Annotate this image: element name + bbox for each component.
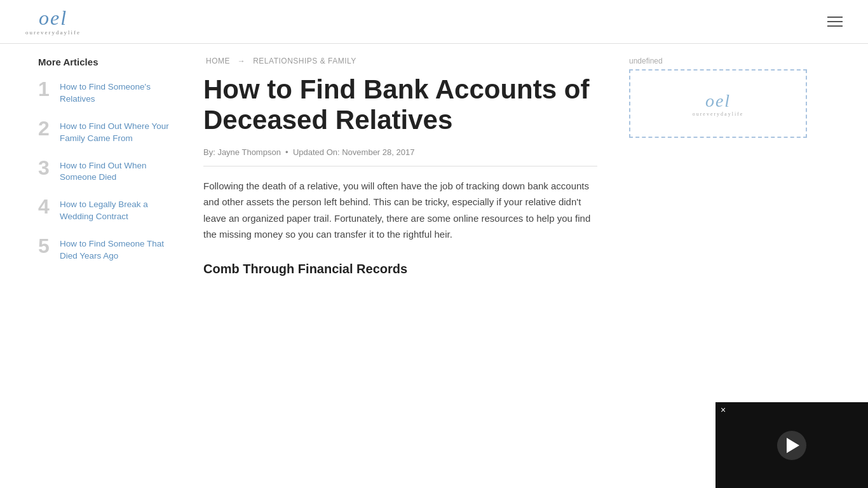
hamburger-line-3 <box>827 25 843 27</box>
article-updated: Updated On: November 28, 2017 <box>293 147 415 157</box>
right-sidebar: undefined oel oureverydaylife <box>623 44 820 289</box>
list-item: 4 How to Legally Break a Wedding Contrac… <box>38 196 178 223</box>
list-item: 3 How to Find Out When Someone Died <box>38 158 178 184</box>
breadcrumb-section[interactable]: RELATIONSHIPS & FAMILY <box>253 57 356 65</box>
ad-logo-text: oel <box>705 91 731 111</box>
ad-label: undefined <box>629 57 807 65</box>
list-item: 2 How to Find Out Where Your Family Came… <box>38 118 178 145</box>
article-link[interactable]: How to Legally Break a Wedding Contract <box>60 196 178 223</box>
article-number: 1 <box>38 79 53 99</box>
ad-box: oel oureverydaylife <box>629 69 807 138</box>
hamburger-menu[interactable] <box>827 17 843 27</box>
section-heading: Comb Through Financial Records <box>203 262 597 276</box>
article-number: 5 <box>38 236 53 256</box>
list-item: 1 How to Find Someone's Relatives <box>38 79 178 105</box>
breadcrumb: HOME → RELATIONSHIPS & FAMILY <box>203 57 597 65</box>
article-link[interactable]: How to Find Out Where Your Family Came F… <box>60 118 178 145</box>
breadcrumb-arrow: → <box>238 57 246 65</box>
hamburger-line-2 <box>827 21 843 22</box>
article-author: By: Jayne Thompson <box>203 147 281 157</box>
main-content: HOME → RELATIONSHIPS & FAMILY How to Fin… <box>191 44 623 289</box>
article-link[interactable]: How to Find Someone That Died Years Ago <box>60 236 178 262</box>
article-number: 2 <box>38 118 53 139</box>
article-link[interactable]: How to Find Someone's Relatives <box>60 79 178 105</box>
article-number: 3 <box>38 158 53 178</box>
site-logo[interactable]: oel oureverydaylife <box>25 8 81 36</box>
site-header: oel oureverydaylife <box>0 0 868 44</box>
ad-logo-sub: oureverydaylife <box>693 111 744 117</box>
list-item: 5 How to Find Someone That Died Years Ag… <box>38 236 178 262</box>
sidebar: More Articles 1 How to Find Someone's Re… <box>0 44 191 289</box>
article-list: 1 How to Find Someone's Relatives 2 How … <box>38 79 178 262</box>
logo-sub: oureverydaylife <box>25 29 81 36</box>
breadcrumb-home[interactable]: HOME <box>206 57 230 65</box>
article-title: How to Find Bank Accounts of Deceased Re… <box>203 74 597 136</box>
article-meta: By: Jayne Thompson • Updated On: Novembe… <box>203 147 597 166</box>
hamburger-line-1 <box>827 17 843 18</box>
article-link[interactable]: How to Find Out When Someone Died <box>60 158 178 184</box>
more-articles-title: More Articles <box>38 57 178 67</box>
article-number: 4 <box>38 196 53 217</box>
page-container: More Articles 1 How to Find Someone's Re… <box>0 44 868 289</box>
logo-text: oel <box>39 8 67 28</box>
article-body: Following the death of a relative, you w… <box>203 178 597 243</box>
